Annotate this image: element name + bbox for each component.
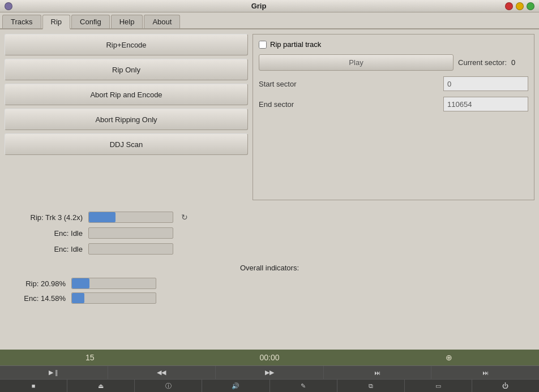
abort-rip-encode-button[interactable]: Abort Rip and Encode (5, 84, 248, 105)
volume-button[interactable]: 🔊 (202, 380, 270, 392)
rip-progress-bar (88, 212, 173, 223)
maximize-button[interactable] (527, 2, 534, 10)
end-sector-row: End sector (259, 97, 528, 111)
overall-rip-fill (72, 278, 89, 288)
rip-progress-label: Rip: Trk 3 (4.2x) (9, 213, 83, 222)
rewind-button[interactable]: ◀◀ (108, 366, 216, 379)
enc2-progress-bar (88, 243, 173, 255)
current-sector-value: 0 (511, 58, 528, 67)
overall-enc-row: Enc: 14.58% (9, 292, 530, 304)
rip-only-button[interactable]: Rip Only (5, 59, 248, 80)
tab-about[interactable]: About (144, 15, 180, 28)
edit-button[interactable]: ✎ (270, 380, 337, 392)
rip-progress-fill (89, 212, 116, 222)
tab-tracks[interactable]: Tracks (2, 15, 41, 28)
enc2-progress-label: Enc: Idle (9, 245, 83, 253)
abort-ripping-button[interactable]: Abort Ripping Only (5, 109, 248, 130)
power-button[interactable]: ⏻ (472, 380, 539, 392)
ddj-scan-button[interactable]: DDJ Scan (5, 133, 248, 155)
bottom-toolbar: ▶ ‖ ◀◀ ▶▶ ⏭ ⏭ ■ ⏏ ⓘ 🔊 ✎ ⧉ ▭ ⏻ (0, 365, 539, 392)
tabs-bar: Tracks Rip Config Help About (0, 12, 539, 29)
overall-enc-bar (71, 292, 156, 304)
rip-progress-row: Rip: Trk 3 (4.2x) ↻ (9, 212, 530, 223)
toolbar-row2: ■ ⏏ ⓘ 🔊 ✎ ⧉ ▭ ⏻ (0, 379, 539, 392)
transport-bar: 15 00:00 ⊕ (0, 350, 539, 365)
titlebar: Grip (0, 0, 539, 12)
transport-time: 00:00 (179, 353, 359, 362)
main-content: Rip+Encode Rip Only Abort Rip and Encode… (0, 29, 539, 205)
left-panel: Rip+Encode Rip Only Abort Rip and Encode… (5, 34, 248, 200)
enc1-progress-bar (88, 227, 173, 239)
window-controls (5, 2, 12, 10)
tab-config[interactable]: Config (71, 15, 110, 28)
overall-rip-label: Rip: 20.98% (9, 279, 66, 288)
start-sector-label: Start sector (259, 80, 296, 88)
progress-area: Rip: Trk 3 (4.2x) ↻ Enc: Idle Enc: Idle (0, 207, 539, 259)
overall-rip-row: Rip: 20.98% (9, 278, 530, 289)
overall-section: Overall indicators: Rip: 20.98% Enc: 14.… (0, 259, 539, 312)
start-sector-row: Start sector (259, 76, 528, 91)
skip-next-button[interactable]: ⏭ (431, 366, 539, 379)
tab-rip[interactable]: Rip (42, 15, 71, 29)
end-sector-label: End sector (259, 100, 294, 109)
copy-button[interactable]: ⧉ (337, 380, 405, 392)
window-control-buttons[interactable] (505, 2, 534, 10)
play-button[interactable]: Play (259, 54, 454, 71)
enc1-progress-label: Enc: Idle (9, 229, 83, 238)
overall-enc-fill (72, 293, 84, 303)
end-sector-input[interactable] (443, 97, 528, 111)
enc2-progress-row: Enc: Idle (9, 243, 530, 255)
info-button[interactable]: ⓘ (135, 380, 202, 392)
right-panel: Rip partial track Play Current sector: 0… (253, 34, 534, 200)
play-row: Play Current sector: 0 (259, 54, 528, 71)
transport-track: 15 (0, 353, 179, 362)
minimize-button[interactable] (516, 2, 524, 10)
play-pause-button[interactable]: ▶ ‖ (0, 366, 108, 379)
rip-partial-row: Rip partial track (259, 40, 528, 49)
start-sector-input[interactable] (443, 76, 528, 91)
current-sector-label: Current sector: (458, 58, 507, 67)
overall-enc-label: Enc: 14.58% (9, 294, 66, 303)
overall-title: Overall indicators: (9, 264, 530, 272)
toolbar-row1: ▶ ‖ ◀◀ ▶▶ ⏭ ⏭ (0, 365, 539, 379)
transport-icon: ⊕ (360, 353, 539, 362)
enc1-progress-row: Enc: Idle (9, 227, 530, 239)
window-button[interactable]: ▭ (405, 380, 472, 392)
rip-cycle-icon: ↻ (181, 213, 188, 222)
macos-icon (5, 2, 12, 10)
rip-encode-button[interactable]: Rip+Encode (5, 34, 248, 55)
close-button[interactable] (505, 2, 513, 10)
stop-button[interactable]: ■ (0, 380, 67, 392)
forward-button[interactable]: ▶▶ (216, 366, 324, 379)
rip-partial-label: Rip partial track (270, 40, 321, 49)
tab-help[interactable]: Help (111, 15, 143, 28)
overall-rip-bar (71, 278, 156, 289)
rip-partial-checkbox[interactable] (259, 41, 267, 49)
app-title: Grip (12, 2, 505, 10)
eject-button[interactable]: ⏏ (67, 380, 135, 392)
skip-end-button[interactable]: ⏭ (324, 366, 432, 379)
